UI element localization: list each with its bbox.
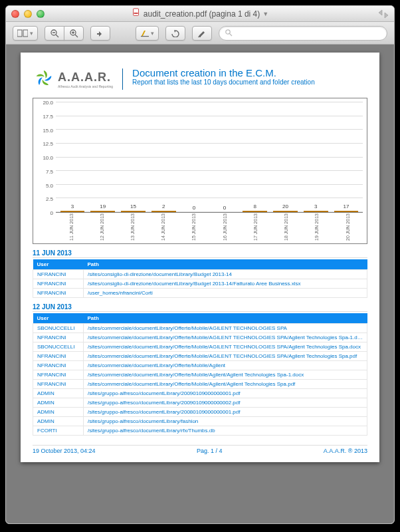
x-axis-label: 16 JUN 2013 bbox=[223, 213, 227, 241]
cell-user: NFRANCINI bbox=[33, 289, 84, 298]
cell-user: ADMIN bbox=[33, 408, 84, 417]
chart-bar bbox=[151, 211, 176, 212]
y-axis-tick: 12.5 bbox=[35, 141, 53, 147]
cell-path: /sites/gruppo-alfresco/documentLibrary/r… bbox=[84, 426, 367, 436]
markup-button[interactable] bbox=[192, 26, 212, 41]
table-row: NFRANCINI/sites/commerciale/documentLibr… bbox=[33, 380, 367, 389]
footer-copyright: A.A.A.R. ® 2013 bbox=[324, 448, 367, 454]
title-bar[interactable]: audit_creation.pdf (pagina 1 di 4) ▼ bbox=[6, 6, 394, 22]
y-axis-tick: 17.5 bbox=[35, 113, 53, 119]
svg-rect-12 bbox=[198, 37, 201, 37]
zoom-window-button[interactable] bbox=[37, 10, 45, 18]
cell-user: NFRANCINI bbox=[33, 361, 84, 370]
x-axis-label: 17 JUN 2013 bbox=[253, 213, 258, 241]
table-row: SBONUCCELLI/sites/commerciale/documentLi… bbox=[33, 342, 367, 352]
svg-point-13 bbox=[226, 29, 230, 33]
chart-bar bbox=[60, 211, 85, 212]
table-row: NFRANCINI/sites/commerciale/documentLibr… bbox=[33, 352, 367, 361]
table-row: SBONUCCELLI/sites/commerciale/documentLi… bbox=[33, 324, 367, 333]
x-axis-label: 15 JUN 2013 bbox=[191, 213, 196, 241]
x-axis-label: 12 JUN 2013 bbox=[100, 213, 104, 241]
cell-user: NFRANCINI bbox=[33, 270, 84, 279]
creation-bar-chart: 31915200820317 11 JUN 201312 JUN 201313 … bbox=[33, 98, 367, 244]
logo-text: A.A.A.R. bbox=[58, 70, 113, 84]
share-button[interactable] bbox=[90, 26, 110, 41]
aaar-logo-icon bbox=[33, 67, 55, 91]
svg-rect-0 bbox=[133, 9, 138, 16]
footer-date: 19 October 2013, 04:24 bbox=[33, 448, 96, 454]
table-row: ADMIN/sites/gruppo-alfresco/documentLibr… bbox=[33, 389, 367, 398]
chart-bar bbox=[121, 211, 146, 212]
cell-user: NFRANCINI bbox=[33, 370, 84, 380]
svg-rect-3 bbox=[23, 30, 28, 37]
x-axis-label: 14 JUN 2013 bbox=[161, 213, 165, 241]
highlight-button[interactable]: ▾ bbox=[136, 26, 159, 41]
cell-path: /sites/commerciale/documentLibrary/Offer… bbox=[84, 370, 367, 380]
table-row: NFRANCINI/sites/commerciale/documentLibr… bbox=[33, 333, 367, 342]
x-axis-label: 20 JUN 2013 bbox=[345, 213, 350, 241]
rotate-button[interactable] bbox=[165, 26, 185, 41]
table-row: NFRANCINI/sites/commerciale/documentLibr… bbox=[33, 370, 367, 380]
header-divider bbox=[122, 68, 123, 90]
svg-line-5 bbox=[56, 35, 58, 37]
audit-table: UserPathNFRANCINI/sites/consiglio-di-dir… bbox=[33, 259, 367, 298]
y-axis-tick: 10.0 bbox=[35, 155, 53, 161]
audit-table: UserPathSBONUCCELLI/sites/commerciale/do… bbox=[33, 313, 367, 436]
y-axis-tick: 7.5 bbox=[35, 168, 53, 174]
x-axis-label: 13 JUN 2013 bbox=[130, 213, 135, 241]
table-row: NFRANCINI/sites/commerciale/documentLibr… bbox=[33, 361, 367, 370]
minimize-window-button[interactable] bbox=[24, 10, 32, 18]
search-icon bbox=[225, 29, 233, 38]
bar-value-label: 8 bbox=[253, 203, 256, 209]
cell-user: NFRANCINI bbox=[33, 352, 84, 361]
zoom-out-button[interactable] bbox=[45, 26, 64, 41]
y-axis-tick: 15.0 bbox=[35, 127, 53, 133]
cell-user: SBONUCCELLI bbox=[33, 342, 84, 352]
x-axis-label: 19 JUN 2013 bbox=[314, 213, 319, 241]
bar-value-label: 15 bbox=[130, 203, 136, 209]
table-header: Path bbox=[84, 259, 367, 270]
cell-path: /sites/commerciale/documentLibrary/Offer… bbox=[84, 324, 367, 333]
y-axis-tick: 5.0 bbox=[35, 182, 53, 188]
close-window-button[interactable] bbox=[11, 10, 19, 18]
cell-path: /sites/consiglio-di-direzione/documentLi… bbox=[84, 270, 367, 279]
bar-value-label: 0 bbox=[223, 205, 226, 211]
cell-path: /sites/commerciale/documentLibrary/Offer… bbox=[84, 333, 367, 342]
cell-path: /sites/commerciale/documentLibrary/Offer… bbox=[84, 361, 367, 370]
view-mode-button[interactable]: ▾ bbox=[13, 26, 38, 41]
svg-rect-11 bbox=[141, 36, 149, 37]
pdf-file-icon bbox=[132, 8, 141, 19]
table-row: FCORTI/sites/gruppo-alfresco/documentLib… bbox=[33, 426, 367, 436]
x-axis-label: 18 JUN 2013 bbox=[284, 213, 288, 241]
cell-path: /sites/gruppo-alfresco/documentLibrary/2… bbox=[84, 389, 367, 398]
bar-value-label: 17 bbox=[344, 203, 350, 209]
cell-path: /sites/gruppo-alfresco/documentLibrary/2… bbox=[84, 408, 367, 417]
footer-page: Pag. 1 / 4 bbox=[197, 448, 223, 454]
svg-rect-2 bbox=[17, 30, 22, 37]
chart-bar bbox=[273, 211, 298, 212]
pdf-viewer-window: audit_creation.pdf (pagina 1 di 4) ▼ ▾ bbox=[5, 5, 395, 524]
cell-user: ADMIN bbox=[33, 398, 84, 408]
table-row: ADMIN/sites/gruppo-alfresco/documentLibr… bbox=[33, 398, 367, 408]
fullscreen-icon[interactable] bbox=[378, 9, 389, 19]
document-viewport[interactable]: A.A.A.R. Alfresco Audit Analysis and Rep… bbox=[6, 45, 394, 523]
title-dropdown-icon[interactable]: ▼ bbox=[262, 11, 268, 17]
cell-user: ADMIN bbox=[33, 417, 84, 426]
chart-bar bbox=[90, 211, 115, 212]
report-header: A.A.A.R. Alfresco Audit Analysis and Rep… bbox=[33, 67, 367, 91]
cell-user: SBONUCCELLI bbox=[33, 324, 84, 333]
y-axis-tick: 20.0 bbox=[35, 100, 53, 106]
zoom-in-button[interactable] bbox=[64, 26, 84, 41]
cell-user: NFRANCINI bbox=[33, 333, 84, 342]
logo-subtitle: Alfresco Audit Analysis and Reporting bbox=[58, 84, 113, 88]
cell-user: NFRANCINI bbox=[33, 380, 84, 389]
table-row: NFRANCINI/user_homes/nfrancini/Corti bbox=[33, 289, 367, 298]
table-header: User bbox=[33, 259, 84, 270]
bar-value-label: 20 bbox=[282, 203, 288, 209]
cell-path: /sites/commerciale/documentLibrary/Offer… bbox=[84, 352, 367, 361]
cell-user: ADMIN bbox=[33, 389, 84, 398]
x-axis-label: 11 JUN 2013 bbox=[69, 213, 74, 241]
bar-value-label: 3 bbox=[71, 203, 74, 209]
cell-path: /sites/commerciale/documentLibrary/Offer… bbox=[84, 342, 367, 352]
search-field[interactable] bbox=[219, 26, 387, 41]
